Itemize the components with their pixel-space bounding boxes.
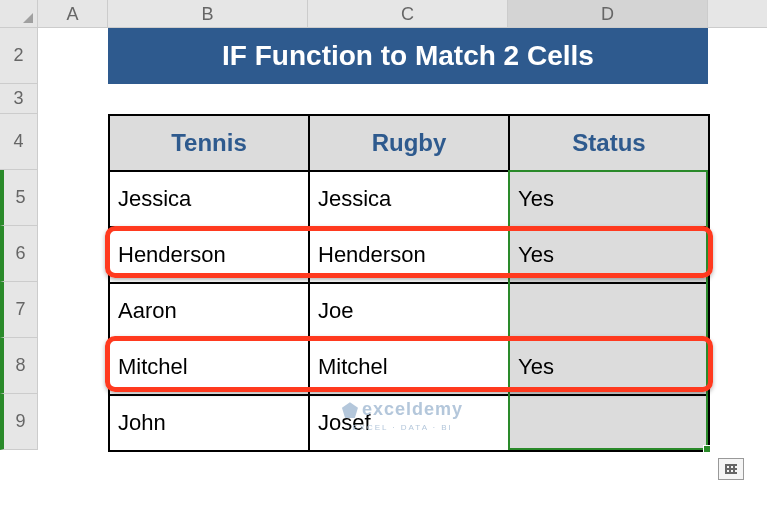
col-header-A[interactable]: A [38,0,108,27]
watermark-sub: EXCEL · DATA · BI [38,423,767,432]
column-headers: A B C D [0,0,767,28]
row-header-3[interactable]: 3 [0,84,37,114]
row-header-4[interactable]: 4 [0,114,37,170]
table-row: Jessica Jessica Yes [109,171,709,227]
row-headers: 2 3 4 5 6 7 8 9 [0,28,38,450]
header-row: Tennis Rugby Status [109,115,709,171]
cell-rugby[interactable]: Henderson [309,227,509,283]
select-all-corner[interactable] [0,0,38,27]
row-header-6[interactable]: 6 [0,226,37,282]
col-header-B[interactable]: B [108,0,308,27]
cell-rugby[interactable]: Jessica [309,171,509,227]
row-header-2[interactable]: 2 [0,28,37,84]
cell-tennis[interactable]: Mitchel [109,339,309,395]
cell-tennis[interactable]: Henderson [109,227,309,283]
cell-status[interactable]: Yes [509,227,709,283]
header-tennis[interactable]: Tennis [109,115,309,171]
spreadsheet: A B C D 2 3 4 5 6 7 8 9 IF Function to M… [0,0,767,514]
row-header-5[interactable]: 5 [0,170,37,226]
table-row: Aaron Joe [109,283,709,339]
watermark-logo: exceldemy [38,399,767,420]
header-status[interactable]: Status [509,115,709,171]
header-rugby[interactable]: Rugby [309,115,509,171]
cell-status[interactable]: Yes [509,339,709,395]
col-header-C[interactable]: C [308,0,508,27]
table-row: Mitchel Mitchel Yes [109,339,709,395]
autofill-options-button[interactable] [718,458,744,480]
cells-area: IF Function to Match 2 Cells Tennis Rugb… [38,28,767,450]
row-header-9[interactable]: 9 [0,394,37,450]
cell-status[interactable] [509,283,709,339]
cell-rugby[interactable]: Mitchel [309,339,509,395]
col-header-D[interactable]: D [508,0,708,27]
table-row: Henderson Henderson Yes [109,227,709,283]
row-header-7[interactable]: 7 [0,282,37,338]
cube-icon [342,402,358,418]
cell-tennis[interactable]: Aaron [109,283,309,339]
title-merged-cell[interactable]: IF Function to Match 2 Cells [108,28,708,84]
row-header-8[interactable]: 8 [0,338,37,394]
cell-rugby[interactable]: Joe [309,283,509,339]
cell-status[interactable]: Yes [509,171,709,227]
cell-tennis[interactable]: Jessica [109,171,309,227]
